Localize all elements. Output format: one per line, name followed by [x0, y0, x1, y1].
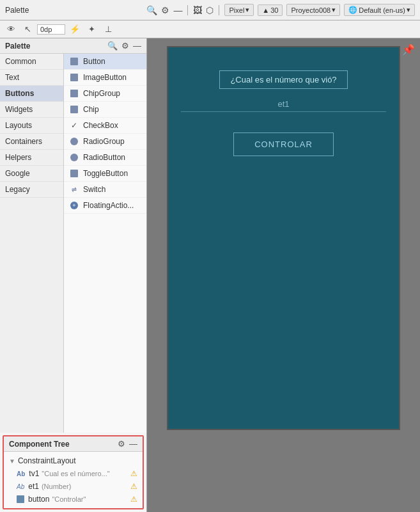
- zoom-label: 30: [270, 6, 278, 14]
- palette-item-switch[interactable]: ⇌ Switch: [64, 182, 146, 198]
- tree-node-et1[interactable]: Ab et1 (Number) ⚠: [4, 480, 143, 493]
- category-widgets[interactable]: Widgets: [0, 102, 63, 118]
- chipgroup-icon: [69, 88, 79, 99]
- locale-dropdown[interactable]: 🌐 Default (en-us) ▾: [344, 4, 415, 16]
- tree-settings-icon[interactable]: ⚙: [118, 439, 125, 449]
- settings-icon[interactable]: ⚙: [161, 5, 169, 15]
- tree-tv1-label: tv1: [29, 469, 39, 478]
- palette-categories: Common Text Buttons Widgets Layouts Cont…: [0, 54, 64, 433]
- tree-et1-label: et1: [28, 482, 39, 491]
- palette-toolbar-icons: 🔍 ⚙ — 🖼 ⬡ Pixel ▾ ▲ 30 Proyecto008 ▾ 🌐: [146, 4, 415, 16]
- pin-icon: 📌: [402, 44, 415, 56]
- palette-header-title: Palette: [5, 42, 107, 51]
- project-label: Proyecto008: [291, 6, 331, 14]
- palette-header: Palette 🔍 ⚙ —: [0, 38, 146, 54]
- item-chipgroup-label: ChipGroup: [83, 89, 120, 98]
- project-arrow: ▾: [332, 6, 336, 14]
- baseline-icon[interactable]: ⊥: [101, 24, 115, 34]
- et1-preview: et1: [181, 97, 386, 112]
- zoom-dropdown[interactable]: ▲ 30: [258, 4, 283, 16]
- tree-header-icons: ⚙ —: [118, 439, 137, 449]
- blueprint-icon[interactable]: ⬡: [206, 5, 214, 15]
- tree-button-label: button: [28, 495, 49, 504]
- category-legacy[interactable]: Legacy: [0, 182, 63, 198]
- top-toolbar: Palette 🔍 ⚙ — 🖼 ⬡ Pixel ▾ ▲ 30 Proyecto0…: [0, 0, 420, 20]
- category-common[interactable]: Common: [0, 54, 63, 70]
- item-floatingaction-label: FloatingActio...: [83, 201, 134, 210]
- palette-item-button[interactable]: Button: [64, 54, 146, 70]
- tree-button-warn-icon: ⚠: [130, 495, 137, 504]
- switch-icon: ⇌: [69, 184, 79, 195]
- tv1-preview: ¿Cual es el número que vió?: [219, 70, 347, 89]
- floatingaction-icon: +: [69, 200, 79, 211]
- item-checkbox-label: CheckBox: [83, 121, 118, 130]
- tree-node-tv1[interactable]: Ab tv1 "Cual es el número..." ⚠: [4, 467, 143, 480]
- palette-item-imagebutton[interactable]: ImageButton: [64, 70, 146, 86]
- item-radiogroup-label: RadioGroup: [83, 137, 125, 146]
- button-icon: [69, 56, 79, 67]
- tree-et1-warn-icon: ⚠: [130, 482, 137, 491]
- category-layouts[interactable]: Layouts: [0, 118, 63, 134]
- tree-button-type-icon: [17, 495, 24, 503]
- togglebutton-icon: [69, 168, 79, 179]
- palette-item-togglebutton[interactable]: ToggleButton: [64, 166, 146, 182]
- palette-panel: Palette 🔍 ⚙ — Common Text Buttons Widget…: [0, 38, 147, 512]
- tree-title: Component Tree: [9, 440, 118, 449]
- item-button-label: Button: [83, 57, 105, 66]
- tree-header: Component Tree ⚙ —: [4, 436, 143, 452]
- tree-node-button[interactable]: button "Controlar" ⚠: [4, 493, 143, 506]
- eye-icon[interactable]: 👁: [4, 24, 18, 34]
- pixel-dropdown-arrow: ▾: [245, 6, 249, 14]
- category-helpers[interactable]: Helpers: [0, 150, 63, 166]
- palette-item-chip[interactable]: Chip: [64, 102, 146, 118]
- item-imagebutton-label: ImageButton: [83, 73, 127, 82]
- palette-item-checkbox[interactable]: ✓ CheckBox: [64, 118, 146, 134]
- tree-tv1-type-icon: Ab: [17, 470, 25, 477]
- palette-item-floatingaction[interactable]: + FloatingActio...: [64, 198, 146, 214]
- preview-area: 📌 ¿Cual es el número que vió? et1 CONTRO…: [147, 38, 420, 512]
- category-buttons[interactable]: Buttons: [0, 86, 63, 102]
- dp-input[interactable]: [37, 24, 65, 35]
- component-tree-panel: Component Tree ⚙ — ▼ ConstraintLayout Ab: [3, 435, 144, 509]
- item-switch-label: Switch: [83, 185, 105, 194]
- tree-minimize-icon[interactable]: —: [129, 439, 137, 449]
- category-google[interactable]: Google: [0, 166, 63, 182]
- minimize-icon[interactable]: —: [173, 5, 182, 15]
- magic-wand-icon[interactable]: ✦: [84, 24, 98, 34]
- chip-icon: [69, 104, 79, 115]
- palette-item-radiogroup[interactable]: RadioGroup: [64, 134, 146, 150]
- imagebutton-icon: [69, 72, 79, 83]
- palette-search-icon[interactable]: 🔍: [107, 41, 118, 51]
- button-container: CONTROLAR: [168, 132, 399, 156]
- second-toolbar: 👁 ↖ ⚡ ✦ ⊥: [0, 20, 420, 38]
- tree-button-type-text: "Controlar": [52, 495, 86, 503]
- search-icon[interactable]: 🔍: [146, 5, 157, 15]
- palette-minimize-icon[interactable]: —: [133, 41, 141, 51]
- category-containers[interactable]: Containers: [0, 134, 63, 150]
- tree-node-constraint[interactable]: ▼ ConstraintLayout: [4, 454, 143, 467]
- item-chip-label: Chip: [83, 105, 99, 114]
- pixel-dropdown[interactable]: Pixel ▾: [224, 4, 254, 16]
- item-togglebutton-label: ToggleButton: [83, 169, 128, 178]
- constraint-icon[interactable]: ⚡: [68, 24, 82, 34]
- cursor-icon[interactable]: ↖: [20, 24, 35, 34]
- locale-label: Default (en-us): [359, 6, 405, 14]
- project-dropdown[interactable]: Proyecto008 ▾: [286, 4, 340, 16]
- app-root: Palette 🔍 ⚙ — 🖼 ⬡ Pixel ▾ ▲ 30 Proyecto0…: [0, 0, 420, 512]
- checkbox-icon: ✓: [69, 120, 79, 131]
- palette-item-chipgroup[interactable]: ChipGroup: [64, 86, 146, 102]
- palette-settings-icon[interactable]: ⚙: [121, 41, 129, 51]
- palette-content: Common Text Buttons Widgets Layouts Cont…: [0, 54, 146, 433]
- control-button[interactable]: CONTROLAR: [233, 132, 334, 156]
- palette-item-radiobutton[interactable]: RadioButton: [64, 150, 146, 166]
- palette-items-list: Button ImageButton ChipGroup: [64, 54, 146, 433]
- category-text[interactable]: Text: [0, 70, 63, 86]
- design-mode-icon[interactable]: 🖼: [193, 5, 202, 15]
- main-area: Palette 🔍 ⚙ — Common Text Buttons Widget…: [0, 38, 420, 512]
- tree-et1-type-icon: Ab: [17, 483, 24, 490]
- palette-toolbar-title: Palette: [5, 6, 29, 15]
- palette-header-icons: 🔍 ⚙ —: [107, 41, 141, 51]
- locale-arrow: ▾: [407, 6, 410, 14]
- separator2: [219, 5, 219, 15]
- item-radiobutton-label: RadioButton: [83, 153, 125, 162]
